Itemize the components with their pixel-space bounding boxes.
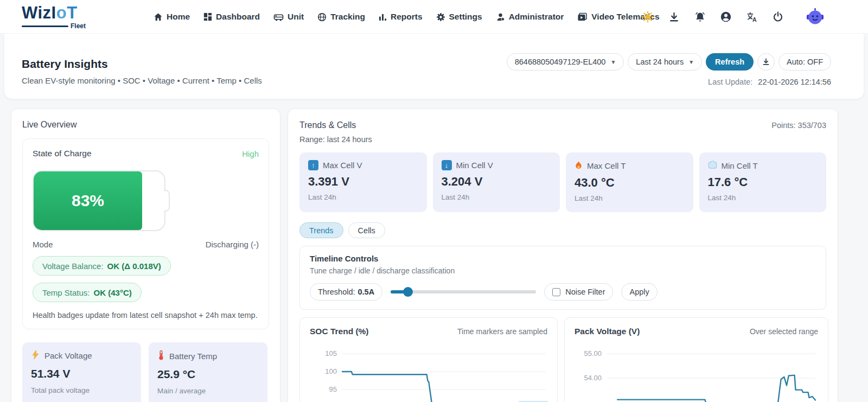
battery-temp-card: Battery Temp 25.9 °C Main / average	[149, 342, 267, 402]
timeline-controls-title: Timeline Controls	[310, 254, 816, 263]
nav-item-tracking[interactable]: Tracking	[317, 12, 365, 22]
tab-trends[interactable]: Trends	[299, 222, 343, 238]
nav-item-administrator[interactable]: Administrator	[496, 12, 564, 22]
tracking-globe-icon	[317, 12, 327, 22]
mode-value: Discharging (-)	[206, 240, 259, 249]
refresh-button[interactable]: Refresh	[706, 53, 754, 71]
video-telematics-icon	[577, 12, 588, 22]
dashboard-icon	[203, 12, 212, 21]
stat-caption: Last 24h	[442, 193, 552, 201]
health-badges-footnote: Health badges update from latest cell sn…	[33, 311, 259, 320]
pack-voltage-card: Pack Voltage 51.34 V Total pack voltage	[22, 342, 141, 402]
soc-trend-chart-card: SOC Trend (%) Time markers are sampled 1…	[299, 317, 558, 402]
svg-text:55.00: 55.00	[584, 349, 602, 358]
stat-value: 17.6 °C	[708, 175, 818, 189]
nav-item-label: Dashboard	[216, 12, 260, 22]
nav-item-label: Unit	[288, 12, 304, 22]
account-icon[interactable]	[720, 11, 732, 23]
brand-logo-text: WizIoT	[22, 4, 103, 21]
state-of-charge-card: State of Charge High 83% Mode Dischargin…	[22, 138, 269, 329]
stat-caption: Last 24h	[708, 194, 818, 202]
battery-fill: 83%	[34, 171, 142, 230]
soc-trend-chart[interactable]: 10510095	[310, 342, 548, 402]
nav-item-settings[interactable]: Settings	[436, 12, 482, 22]
nav-item-unit[interactable]: Unit	[273, 12, 304, 22]
home-icon	[154, 12, 163, 22]
brand-underline	[22, 25, 68, 27]
stat-caption: Total pack voltage	[31, 386, 132, 394]
pack-voltage-chart-card: Pack Voltage (V) Over selected range 55.…	[564, 317, 828, 402]
trend-tabs: Trends Cells	[299, 222, 826, 238]
stat-caption: Last 24h	[575, 194, 685, 202]
min-cell-v-card: ↓ Min Cell V 3.204 V Last 24h	[433, 152, 560, 212]
voltage-balance-badge: Voltage Balance: OK (Δ 0.018V)	[33, 256, 171, 276]
threshold-slider[interactable]	[391, 287, 536, 297]
trends-cells-title: Trends & Cells	[299, 120, 356, 130]
slider-handle[interactable]	[403, 287, 413, 297]
live-overview-panel: Live Overview State of Charge High 83% M…	[11, 109, 280, 402]
battery-gauge: 83%	[33, 170, 165, 231]
apply-button[interactable]: Apply	[621, 283, 657, 301]
arrow-down-square-icon: ↓	[442, 160, 452, 170]
nav-item-label: Tracking	[330, 12, 365, 22]
unit-truck-icon	[273, 12, 284, 22]
stat-value: 3.391 V	[308, 175, 418, 189]
stat-label: Pack Voltage	[44, 351, 92, 360]
auto-refresh-toggle[interactable]: Auto: OFF	[778, 53, 831, 71]
theme-sun-icon[interactable]	[642, 11, 654, 23]
header-controls: 864688050497129-EL400▼ Last 24 hours▼ Re…	[507, 53, 831, 71]
nav-item-dashboard[interactable]: Dashboard	[203, 12, 260, 22]
chevron-down-icon: ▼	[688, 59, 694, 65]
nav-item-home[interactable]: Home	[154, 12, 190, 22]
ice-cube-icon	[708, 160, 717, 171]
arrow-up-square-icon: ↑	[308, 160, 318, 170]
soc-percent-value: 83%	[72, 192, 104, 210]
stat-label: Max Cell T	[587, 161, 626, 170]
svg-text:A: A	[752, 16, 756, 22]
main-nav-menu: Home Dashboard Unit Tracking Reports Set…	[154, 0, 660, 34]
export-download-button[interactable]	[757, 53, 775, 71]
stat-caption: Last 24h	[308, 193, 418, 201]
nav-item-label: Administrator	[509, 12, 564, 22]
brand-tagline: Fleet	[71, 22, 86, 30]
topbar-icon-group: A	[642, 0, 784, 34]
last-update: Last Update: 22-01-2026 12:14:56	[708, 78, 831, 86]
chart-note: Time markers are sampled	[457, 327, 547, 336]
timeline-controls-subtitle: Tune charge / idle / discharge classific…	[310, 266, 816, 275]
range-select[interactable]: Last 24 hours▼	[628, 53, 702, 71]
power-icon[interactable]	[772, 11, 784, 23]
language-translate-icon[interactable]: A	[746, 11, 758, 23]
lightning-icon	[31, 350, 40, 361]
live-overview-title: Live Overview	[22, 120, 269, 130]
points-counter: Points: 353/703	[771, 121, 826, 130]
page-subtitle: Clean EV-style monitoring • SOC • Voltag…	[22, 76, 262, 85]
nav-item-reports[interactable]: Reports	[379, 12, 423, 22]
device-select[interactable]: 864688050497129-EL400▼	[507, 53, 624, 71]
nav-item-label: Settings	[449, 12, 482, 22]
stat-label: Min Cell T	[722, 161, 758, 170]
thermometer-icon	[157, 350, 165, 362]
min-cell-t-card: Min Cell T 17.6 °C Last 24h	[699, 152, 827, 212]
tab-cells[interactable]: Cells	[348, 222, 385, 238]
noise-filter-toggle[interactable]: Noise Filter	[544, 283, 613, 301]
assistant-robot-avatar[interactable]	[806, 8, 824, 25]
noise-filter-checkbox[interactable]	[552, 288, 560, 296]
download-icon[interactable]	[668, 11, 680, 23]
temp-status-badge: Temp Status: OK (43°C)	[33, 283, 142, 302]
page-title: Battery Insights	[22, 58, 108, 71]
nav-item-label: Reports	[391, 12, 423, 22]
stat-value: 43.0 °C	[575, 176, 685, 190]
stat-value: 25.9 °C	[157, 368, 259, 381]
nav-item-label: Home	[167, 12, 190, 22]
chart-note: Over selected range	[750, 327, 818, 336]
brand-logo[interactable]: WizIoT Fleet	[22, 4, 103, 30]
top-navbar: WizIoT Fleet Home Dashboard Unit Trackin…	[0, 0, 868, 34]
svg-text:105: 105	[325, 349, 337, 358]
chart-title: SOC Trend (%)	[310, 327, 369, 336]
trends-cells-panel: Trends & Cells Points: 353/703 Range: la…	[288, 109, 838, 402]
settings-gear-icon	[436, 12, 445, 22]
stat-caption: Main / average	[157, 387, 259, 395]
notifications-bell-icon[interactable]	[694, 11, 706, 23]
pack-voltage-chart[interactable]: 55.0054.00	[575, 342, 818, 402]
threshold-display: Threshold: 0.5A	[310, 283, 382, 301]
